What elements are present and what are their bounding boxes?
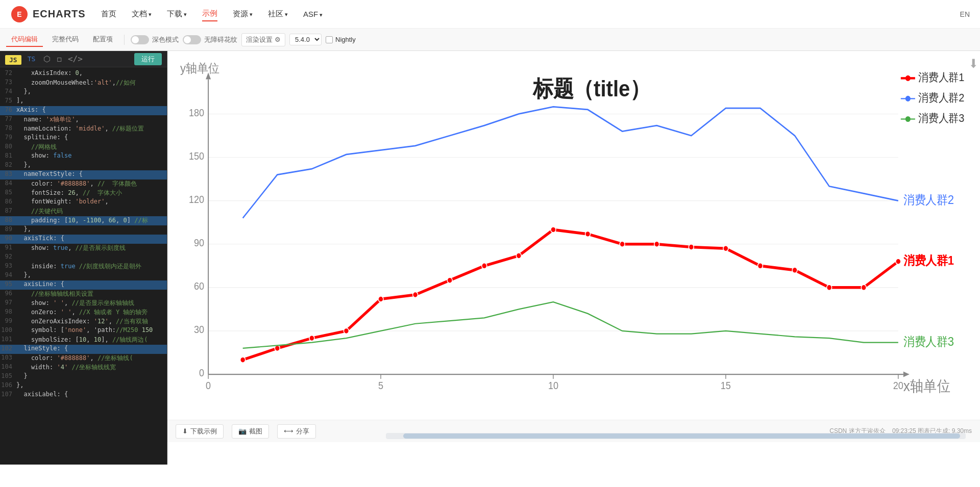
code-line: 81 show: false (0, 152, 167, 161)
nightly-checkbox[interactable] (326, 36, 333, 43)
cube-icon[interactable]: ◻ (57, 54, 62, 64)
lang-tab-ts[interactable]: TS (23, 53, 40, 65)
code-line: 83 nameTextStyle: { (0, 170, 167, 180)
logo-icon: E (10, 5, 29, 23)
svg-text:90: 90 (194, 237, 204, 248)
logo: E ECHARTS (10, 5, 86, 23)
line-number: 86 (0, 198, 16, 207)
line-code: onZero: ' ', //X 轴或者 Y 轴的轴旁 (16, 308, 167, 317)
lang-tab-js[interactable]: JS (5, 55, 21, 65)
screenshot-button[interactable]: 📷 截图 (232, 424, 269, 439)
line-number: 99 (0, 317, 16, 326)
svg-text:x轴单位: x轴单位 (903, 378, 950, 395)
nav-community[interactable]: 社区 (268, 7, 288, 21)
version-select[interactable]: 5.4.0 (289, 34, 322, 45)
download-icon: ⬇ (182, 427, 188, 435)
nav-asf[interactable]: ASF (303, 8, 323, 20)
nightly-label: Nightly (335, 36, 356, 43)
code-line: 91 show: true, //是否展示刻度线 (0, 244, 167, 253)
code-line: 76xAxis: { (0, 106, 167, 115)
code-line: 100 symbol: ['none', 'path://M250 150 (0, 326, 167, 336)
svg-point-39 (447, 277, 452, 283)
svg-text:30: 30 (194, 324, 204, 336)
code-line: 107 axisLabel: { (0, 391, 167, 400)
share-button[interactable]: ⟷ 分享 (277, 424, 316, 439)
line-code: axisLabel: { (16, 391, 167, 400)
code-line: 94 }, (0, 271, 167, 280)
line-number: 75 (0, 97, 16, 106)
code-line: 75], (0, 97, 167, 106)
code-content[interactable]: 72 xAxisIndex: 0,73 zoomOnMouseWheel:'al… (0, 67, 167, 465)
run-button[interactable]: 运行 (134, 53, 162, 65)
svg-point-35 (309, 336, 314, 341)
code-panel: JS TS ⬡ ◻ </> 运行 72 xAxisIndex: 0,73 zoo… (0, 51, 167, 465)
render-settings-button[interactable]: 渲染设置 ⚙ (241, 33, 285, 46)
line-number: 102 (0, 345, 16, 354)
tab-full-code[interactable]: 完整代码 (47, 33, 84, 47)
chart-svg: 030609012015018005101520y轴单位x轴单位标题（title… (167, 51, 980, 420)
nav-download[interactable]: 下载 (167, 7, 187, 21)
line-code: name: 'x轴单位', (16, 115, 167, 124)
nightly-wrap: Nightly (326, 36, 356, 43)
screenshot-label: 截图 (249, 427, 262, 436)
line-number: 80 (0, 143, 16, 152)
barrier-toggle[interactable] (183, 35, 201, 44)
svg-text:0: 0 (206, 380, 211, 391)
svg-point-36 (344, 328, 349, 334)
code-line: 77 name: 'x轴单位', (0, 115, 167, 124)
line-code: ], (16, 97, 167, 106)
nav-docs[interactable]: 文档 (132, 7, 152, 21)
line-number: 84 (0, 180, 16, 189)
camera-icon: 📷 (238, 427, 247, 435)
line-code: //关键代码 (16, 207, 167, 216)
line-number: 72 (0, 69, 16, 79)
line-code: onZeroAxisIndex: '12', //当有双轴 (16, 317, 167, 326)
code-line: 80 //网格线 (0, 143, 167, 152)
lang-switch[interactable]: EN (960, 10, 970, 18)
chart-scrollbar[interactable] (386, 433, 966, 439)
nav-resources[interactable]: 资源 (233, 7, 253, 21)
line-number: 91 (0, 244, 16, 253)
code-icon-tabs: ⬡ ◻ </> (39, 54, 87, 64)
scrollbar-thumb[interactable] (403, 433, 960, 439)
line-number: 97 (0, 299, 16, 308)
3d-icon[interactable]: ⬡ (43, 54, 51, 64)
svg-text:5: 5 (378, 380, 383, 391)
svg-text:y轴单位: y轴单位 (180, 61, 219, 75)
tab-config[interactable]: 配置项 (88, 33, 118, 47)
code-line: 95 axisLine: { (0, 280, 167, 290)
line-code: }, (16, 88, 167, 97)
line-code: //坐标轴轴线相关设置 (16, 290, 167, 299)
gear-icon: ⚙ (275, 36, 281, 43)
svg-point-48 (757, 263, 763, 269)
line-number: 77 (0, 115, 16, 124)
line-code: show: ' ', //是否显示坐标轴轴线 (16, 299, 167, 308)
code-line: 74 }, (0, 88, 167, 97)
line-code: symbolSize: [10, 10], //轴线两边( (16, 336, 167, 345)
nav-examples[interactable]: 示例 (202, 7, 217, 21)
line-number: 85 (0, 189, 16, 198)
line-code: }, (16, 161, 167, 170)
svg-point-63 (905, 116, 911, 122)
line-number: 107 (0, 391, 16, 400)
line-code: } (16, 372, 167, 381)
dark-mode-toggle[interactable] (131, 35, 149, 44)
line-code: symbol: ['none', 'path://M250 150 (16, 326, 167, 336)
svg-text:消费人群2: 消费人群2 (918, 91, 965, 104)
code-line: 96 //坐标轴轴线相关设置 (0, 290, 167, 299)
tab-code-edit[interactable]: 代码编辑 (6, 33, 43, 47)
code-line: 93 inside: true //刻度线朝内还是朝外 (0, 262, 167, 271)
line-code: show: false (16, 152, 167, 161)
svg-text:20: 20 (893, 380, 903, 391)
nav-home[interactable]: 首页 (101, 7, 116, 21)
line-code: axisTick: { (16, 235, 167, 244)
code-icon[interactable]: </> (68, 54, 83, 64)
code-line: 86 fontWeight: 'bolder', (0, 198, 167, 207)
svg-point-37 (378, 296, 383, 302)
svg-text:消费人群3: 消费人群3 (918, 112, 965, 124)
download-button[interactable]: ⬇ 下载示例 (176, 424, 224, 439)
barrier-label: 无障碍花纹 (204, 35, 237, 44)
divider (124, 35, 125, 45)
line-number: 79 (0, 134, 16, 143)
line-number: 100 (0, 326, 16, 336)
